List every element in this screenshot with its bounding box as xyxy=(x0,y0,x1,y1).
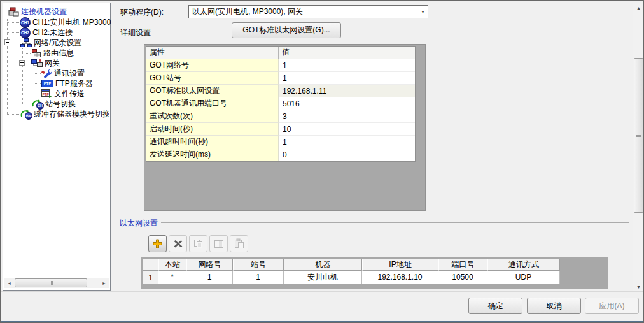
ethernet-table-container: 本站 网络号 站号 机器 IP地址 端口号 通讯方式 1 * 1 1 安川电机 … xyxy=(141,257,608,289)
network-no-cell[interactable]: 1 xyxy=(186,271,233,284)
routing-info-icon xyxy=(31,48,41,58)
paste-icon xyxy=(234,238,245,249)
property-name: GOT网络号 xyxy=(146,59,279,72)
tree-item-connection-settings[interactable]: 连接机器设置 xyxy=(8,6,67,17)
window-bottom-edge xyxy=(1,321,643,322)
station-switch-icon: CH xyxy=(31,99,43,109)
scrollbar-thumb[interactable] xyxy=(634,58,643,213)
scroll-right-arrow-icon[interactable]: ► xyxy=(99,278,109,288)
device-tree-panel: 连接机器设置 CH1 CH1:安川电机 MP3000 CH2 CH2:未连接 网… xyxy=(3,3,111,291)
column-header: 网络号 xyxy=(186,259,233,271)
tree-connector xyxy=(22,104,31,104)
tree-connector xyxy=(7,32,19,33)
table-row: 1 * 1 1 安川电机 192.168.1.10 10500 UDP xyxy=(143,271,560,284)
tree-item-ch1[interactable]: CH1 CH1:安川电机 MP3000 xyxy=(20,17,111,27)
scroll-up-arrow-icon[interactable]: ▲ xyxy=(633,3,644,13)
device-cell[interactable]: 安川电机 xyxy=(284,271,362,284)
property-value[interactable]: 0 xyxy=(279,148,415,161)
table-row: 发送延迟时间(ms) 0 xyxy=(146,148,415,161)
table-row: GOT机器通讯用端口号 5016 xyxy=(146,97,415,110)
comm-settings-icon xyxy=(41,69,52,78)
column-header xyxy=(143,259,158,271)
tree-item-station-switching[interactable]: CH 站号切换 xyxy=(31,99,76,109)
gateway-icon xyxy=(31,59,43,68)
property-grid-header: 属性 值 xyxy=(146,47,415,59)
comm-method-cell[interactable]: UDP xyxy=(487,271,560,284)
property-value[interactable]: 1 xyxy=(279,72,415,85)
svg-text:FTP: FTP xyxy=(43,92,50,96)
collapse-box-gateway[interactable] xyxy=(19,60,25,66)
property-value[interactable]: 3 xyxy=(279,110,415,123)
tree-item-label: 文件传送 xyxy=(54,89,85,99)
collapse-box-network[interactable] xyxy=(4,39,10,45)
tree-item-routing-info[interactable]: 路由信息 xyxy=(31,48,74,58)
tree-item-gateway[interactable]: 网关 xyxy=(31,58,60,68)
tree-connector xyxy=(34,94,41,94)
scroll-left-arrow-icon[interactable]: ◄ xyxy=(4,278,14,288)
tree-connector xyxy=(7,114,19,115)
tree-connector xyxy=(34,73,41,74)
tree-connector xyxy=(22,53,31,54)
table-row: GOT标准以太网设置 192.168.1.11 xyxy=(146,85,415,97)
property-name: 发送延迟时间(ms) xyxy=(146,148,279,161)
tree-connector xyxy=(7,22,19,23)
tree-item-file-transfer[interactable]: FTP 文件传送 xyxy=(41,89,85,99)
port-no-cell[interactable]: 10500 xyxy=(438,271,487,284)
add-icon xyxy=(152,238,163,249)
file-transfer-icon: FTP xyxy=(41,89,52,99)
table-row: 启动时间(秒) 10 xyxy=(146,123,415,136)
tree-connector xyxy=(34,83,41,84)
tree-scrollbar-thumb[interactable] xyxy=(15,278,87,287)
property-value[interactable]: 5016 xyxy=(279,97,415,110)
got-ethernet-settings-button[interactable]: GOT标准以太网设置(G)... xyxy=(232,22,341,38)
ch1-icon: CH1 xyxy=(20,17,31,28)
property-column-header: 属性 xyxy=(146,47,279,59)
apply-button[interactable]: 应用(A) xyxy=(585,298,639,314)
driver-combobox[interactable]: 以太网(安川电机, MP3000), 网关 ▼ xyxy=(188,5,428,18)
ethernet-table-header: 本站 网络号 站号 机器 IP地址 端口号 通讯方式 xyxy=(143,259,560,271)
tree-horizontal-scrollbar[interactable]: ◄ ► xyxy=(4,278,109,288)
ethernet-table: 本站 网络号 站号 机器 IP地址 端口号 通讯方式 1 * 1 1 安川电机 … xyxy=(143,259,560,284)
table-row: GOT网络号 1 xyxy=(146,59,415,72)
tree-item-ch2[interactable]: CH2 CH2:未连接 xyxy=(20,27,73,38)
detail-settings-label: 详细设置 xyxy=(120,27,151,38)
ftp-icon: FTP xyxy=(41,80,53,87)
paste-button[interactable] xyxy=(230,235,248,252)
section-divider xyxy=(161,222,629,223)
tree-item-buffer-memory-switching[interactable]: BM 缓冲存储器模块号切换 xyxy=(20,109,110,119)
property-value[interactable]: 10 xyxy=(279,123,415,136)
station-no-cell[interactable]: 1 xyxy=(233,271,284,284)
property-value[interactable]: 1 xyxy=(279,59,415,72)
add-button[interactable] xyxy=(148,235,167,252)
connection-settings-dialog: 连接机器设置 CH1 CH1:安川电机 MP3000 CH2 CH2:未连接 网… xyxy=(0,0,644,323)
property-value[interactable]: 1 xyxy=(279,136,415,148)
ok-button[interactable]: 确定 xyxy=(468,298,522,314)
property-value[interactable]: 192.168.1.11 xyxy=(279,85,415,97)
copy-button[interactable] xyxy=(189,235,207,252)
copy-icon xyxy=(193,239,204,249)
chevron-down-icon: ▼ xyxy=(421,6,425,18)
scroll-down-arrow-icon[interactable]: ▼ xyxy=(633,282,644,292)
delete-icon xyxy=(173,239,183,248)
tree-item-comm-settings[interactable]: 通讯设置 xyxy=(41,68,85,78)
vertical-scrollbar[interactable]: ▲ ▼ xyxy=(633,3,644,292)
column-header: 通讯方式 xyxy=(487,259,560,271)
cancel-button[interactable]: 取消 xyxy=(527,298,581,314)
tree-item-label: 站号切换 xyxy=(45,99,76,110)
host-cell[interactable]: * xyxy=(158,271,186,284)
footer-divider xyxy=(1,291,643,292)
tree-item-ftp-server[interactable]: FTP FTP服务器 xyxy=(41,78,93,89)
value-column-header: 值 xyxy=(279,47,415,59)
buffer-memory-switch-icon: BM xyxy=(20,109,32,119)
tree-item-network-redundancy[interactable]: 网络/冗余设置 xyxy=(20,38,81,48)
row-number: 1 xyxy=(143,271,158,284)
column-header: 机器 xyxy=(284,259,362,271)
tree-item-label: 通讯设置 xyxy=(54,68,85,79)
delete-button[interactable] xyxy=(169,235,187,252)
property-name: 启动时间(秒) xyxy=(146,123,279,136)
connection-device-icon xyxy=(8,7,19,17)
duplicate-button[interactable] xyxy=(209,235,228,252)
property-name: 通讯超时时间(秒) xyxy=(146,136,279,148)
ip-address-cell[interactable]: 192.168.1.10 xyxy=(362,271,438,284)
tree-connector xyxy=(34,68,34,94)
